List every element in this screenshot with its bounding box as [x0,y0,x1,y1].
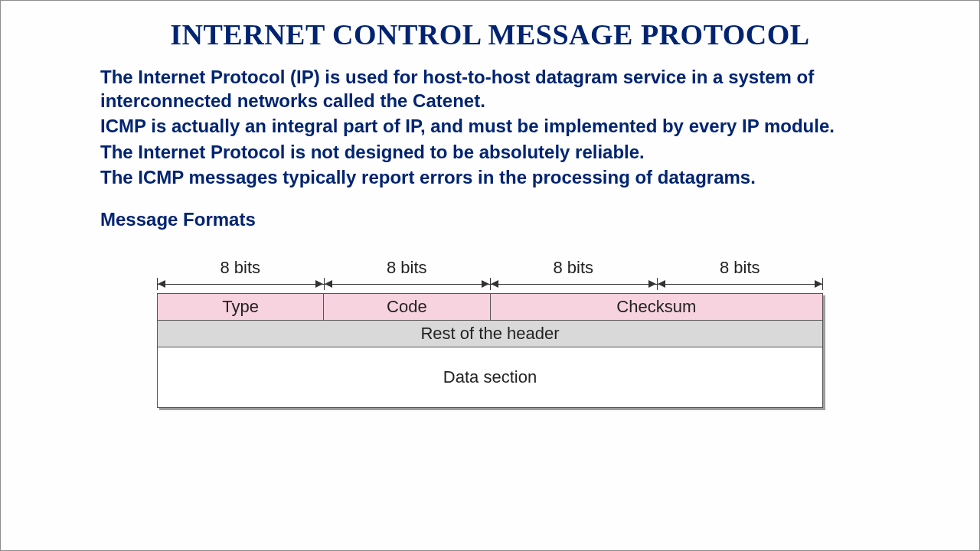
arrow-right-icon [482,280,489,288]
arrow-left-icon [325,280,332,288]
arrow-right-icon [315,280,323,288]
paragraph: The ICMP messages typically report error… [100,165,887,189]
table-row: Type Code Checksum [158,294,823,321]
slide-page: INTERNET CONTROL MESSAGE PROTOCOL The In… [0,0,980,551]
page-title: INTERNET CONTROL MESSAGE PROTOCOL [1,18,979,51]
field-code: Code [324,294,490,321]
table-row: Data section [158,347,823,408]
arrow-left-icon [491,280,498,288]
arrow-right-icon [648,280,656,288]
field-type: Type [158,294,324,321]
arrow-left-icon [658,280,665,288]
table-row: Rest of the header [158,321,823,347]
bit-width-label: 8 bits [324,258,491,278]
field-data-section: Data section [158,347,823,408]
bit-width-ruler: 8 bits 8 bits 8 bits 8 bits [157,258,823,293]
arrow-left-icon [158,280,165,288]
arrow-right-icon [815,280,822,288]
section-heading: Message Formats [100,209,979,230]
bit-width-label: 8 bits [490,258,657,278]
field-rest-of-header: Rest of the header [158,321,823,347]
bit-width-label: 8 bits [157,258,324,278]
header-format-table: Type Code Checksum Rest of the header Da… [157,293,823,408]
paragraph: The Internet Protocol (IP) is used for h… [100,65,887,112]
body-text-block: The Internet Protocol (IP) is used for h… [100,65,887,189]
message-format-diagram: 8 bits 8 bits 8 bits 8 bits Type Code Ch… [157,258,823,408]
bit-width-label: 8 bits [657,258,824,278]
ruler-tick [822,278,823,290]
paragraph: ICMP is actually an integral part of IP,… [100,114,887,138]
field-checksum: Checksum [490,294,823,321]
paragraph: The Internet Protocol is not designed to… [100,140,887,164]
